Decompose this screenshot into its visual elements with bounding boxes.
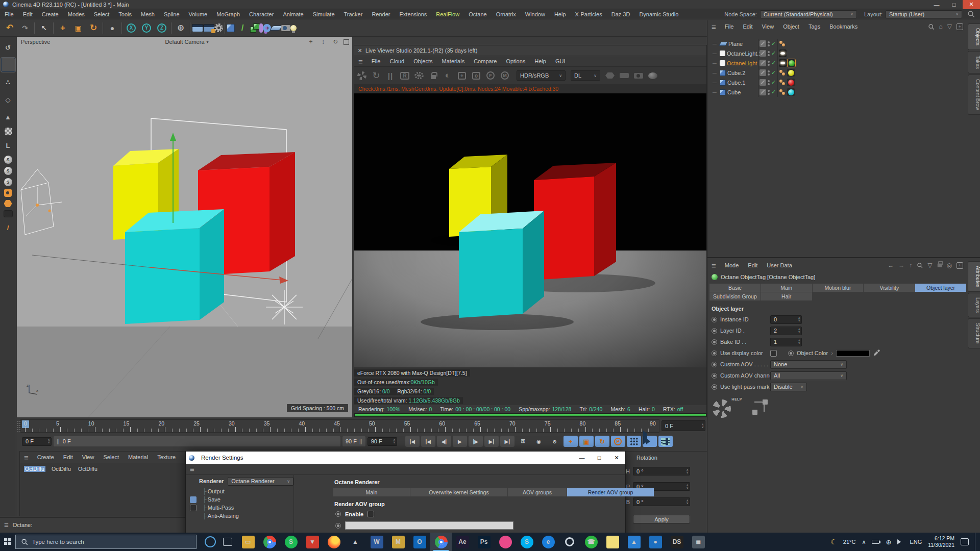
move-icon[interactable]: + (55, 20, 70, 36)
photoshop[interactable]: Ps (473, 533, 495, 551)
object-manager-menu-item[interactable]: View (757, 23, 778, 30)
render-settings-tree-item[interactable]: ├Anti-Aliasing (186, 512, 293, 520)
live-viewer-titlebar[interactable]: ✕ Live Viewer Studio 2021.1-(R2) (35 day… (354, 45, 706, 56)
object-manager-menu-item[interactable]: Bookmarks (825, 23, 862, 30)
panel-side-tab[interactable]: Takes (968, 51, 980, 73)
dribbble[interactable] (495, 533, 516, 551)
maximize-button[interactable]: □ (945, 0, 963, 9)
add-icon[interactable]: + (957, 23, 963, 30)
target-icon[interactable]: ◎ (947, 262, 952, 269)
skype[interactable]: S (516, 533, 537, 551)
range-end-chip[interactable]: 90 F|| (342, 436, 365, 446)
object-row-cube1[interactable]: ─ Cube.1 ✓ (707, 78, 980, 87)
menu-item[interactable]: File (0, 11, 18, 17)
pause-icon[interactable]: || (386, 71, 395, 80)
colorspace-select[interactable]: HDR/sRGB∨ (517, 70, 566, 81)
keying-settings-button[interactable]: ⊙ (548, 436, 562, 447)
media-app[interactable]: M (387, 533, 409, 551)
dialog-minimize-button[interactable]: — (573, 453, 591, 462)
material-item[interactable]: OctDiffu (24, 465, 47, 472)
start-button[interactable] (0, 533, 15, 551)
object-row-plane[interactable]: ─ Plane ✓ (707, 39, 980, 48)
render-view-icon[interactable] (192, 24, 203, 32)
printer[interactable]: ≣ (688, 533, 709, 551)
outlook[interactable]: O (409, 533, 430, 551)
menu-item[interactable]: Create (37, 11, 63, 17)
edit-toggle[interactable] (760, 40, 766, 47)
focus-picker-icon[interactable]: F (486, 71, 495, 80)
file-explorer[interactable]: ▭ (237, 533, 259, 551)
sds-sphere3-icon[interactable]: S (4, 178, 12, 186)
visibility-dots[interactable] (768, 41, 770, 46)
separator[interactable] (223, 20, 227, 36)
record-key-button[interactable]: ⚿ (516, 436, 530, 447)
camera-icon[interactable] (281, 25, 290, 31)
vlc[interactable]: ▲ (345, 533, 366, 551)
clipped-input-field[interactable] (345, 521, 513, 530)
render-settings-tree-item[interactable]: ├Output (186, 487, 293, 495)
render-settings-tab[interactable]: Overwrite kernel Settings (410, 488, 507, 496)
menu-item[interactable]: Help (550, 11, 571, 17)
separator[interactable] (33, 20, 36, 36)
octane-logo-icon[interactable] (357, 71, 366, 80)
photos[interactable]: ▲ (623, 533, 645, 551)
polygons-mode-icon[interactable]: ▲ (1, 110, 15, 124)
volume-icon[interactable] (897, 539, 903, 544)
axis-y-lock-icon[interactable]: Y (139, 20, 154, 36)
coord-system-icon[interactable]: ⊕ (173, 20, 188, 36)
hamburger-icon[interactable]: ≡ (0, 520, 13, 529)
play-button[interactable]: ▶ (453, 436, 467, 447)
key-radio-icon[interactable] (712, 317, 717, 322)
eyedropper-icon[interactable] (873, 349, 880, 357)
menu-item[interactable]: Modes (63, 11, 89, 17)
key-radio-icon[interactable] (712, 339, 717, 345)
selected-objecttag-icon[interactable] (788, 59, 795, 67)
search-icon[interactable] (917, 262, 923, 268)
number-spinner[interactable]: 0∧∨ (770, 315, 802, 324)
node-editor-icon[interactable] (752, 399, 768, 415)
material-menu-item[interactable]: Material (124, 454, 153, 460)
custom-aov-channel-select[interactable]: All∨ (770, 371, 847, 380)
menu-item[interactable]: Character (244, 11, 278, 17)
after-effects[interactable]: Ae (452, 533, 473, 551)
attribute-tab[interactable]: Basic (709, 284, 761, 292)
menu-item[interactable]: Dynamic Studio (634, 11, 683, 17)
viewport-camera-label[interactable]: Default Camera (165, 39, 204, 45)
daz-studio[interactable]: DS (666, 533, 688, 551)
model-mode-icon[interactable] (1, 58, 15, 72)
number-spinner[interactable]: 1∧∨ (770, 338, 802, 346)
menu-item[interactable]: Extensions (395, 11, 431, 17)
goto-next-key-button[interactable]: ▶| (484, 436, 499, 447)
hair-icon[interactable] (259, 23, 263, 33)
hamburger-icon[interactable]: ≡ (354, 57, 367, 66)
temperature[interactable]: 21°C (843, 539, 856, 545)
texture-mode-icon[interactable] (4, 127, 12, 135)
key-radio-icon[interactable] (712, 328, 717, 334)
panel-side-tab[interactable]: Structure (968, 318, 980, 348)
menu-item[interactable]: Mesh (136, 11, 159, 17)
sticky-notes[interactable] (602, 533, 623, 551)
add-icon[interactable]: + (957, 262, 963, 269)
current-frame-spinner[interactable]: 0 F∧∨ (22, 437, 52, 446)
goto-prev-key-button[interactable]: |◀ (421, 436, 435, 447)
render-settings-tab[interactable]: Render AOV group (567, 488, 654, 496)
custom-aov-select[interactable]: None∨ (770, 360, 847, 369)
show-desktop-button[interactable] (975, 533, 977, 551)
downloader[interactable]: ▼ (302, 533, 323, 551)
live-viewer-close-icon[interactable]: ✕ (354, 47, 365, 54)
object-row-cube[interactable]: ─ Cube ✓ (707, 87, 980, 97)
last-tool-icon[interactable]: ● (105, 20, 120, 36)
render-settings-icon[interactable] (214, 23, 223, 32)
material-menu-item[interactable]: Edit (59, 454, 78, 460)
enable-check-icon[interactable]: ✓ (771, 40, 776, 47)
edge[interactable]: e (537, 533, 559, 551)
live-viewer-menu-item[interactable]: Materials (437, 58, 470, 64)
menu-item[interactable]: Octane (464, 11, 491, 17)
close-button[interactable]: ✕ (963, 0, 980, 9)
refresh-icon[interactable]: ↻ (372, 70, 381, 81)
material-tag-red-icon[interactable] (787, 79, 795, 86)
material-menu-item[interactable]: Create (33, 454, 59, 460)
live-viewer-menu-item[interactable]: Compare (469, 58, 501, 64)
live-viewer-menu-item[interactable]: Options (501, 58, 530, 64)
attribute-menu-item[interactable]: Mode (720, 262, 744, 268)
